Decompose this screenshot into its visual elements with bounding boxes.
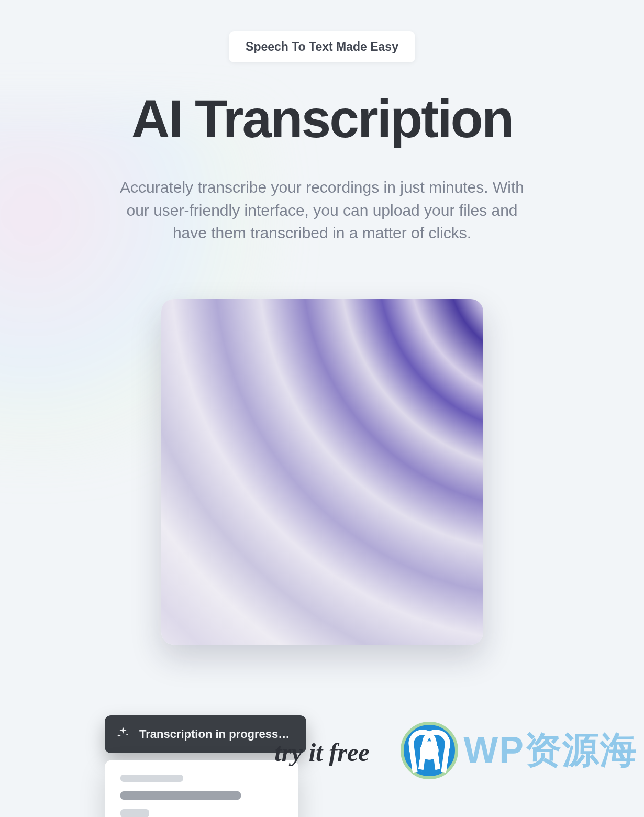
demo-section: Transcription in progress… [0, 299, 644, 645]
page-subtitle: Accurately transcribe your recordings in… [118, 176, 526, 245]
wordpress-logo-icon [401, 722, 458, 779]
hero-badge: Speech To Text Made Easy [229, 31, 415, 62]
hero-section: Speech To Text Made Easy AI Transcriptio… [0, 0, 644, 245]
abstract-art-card [161, 299, 483, 645]
watermark-text: WP资源海 [463, 726, 638, 775]
transcript-skeleton-card [105, 760, 298, 818]
section-divider [0, 270, 644, 270]
page-title: AI Transcription [131, 89, 513, 150]
skeleton-line [120, 791, 241, 800]
skeleton-line [120, 809, 149, 818]
site-watermark: WP资源海 [401, 722, 638, 779]
skeleton-line [120, 775, 183, 782]
